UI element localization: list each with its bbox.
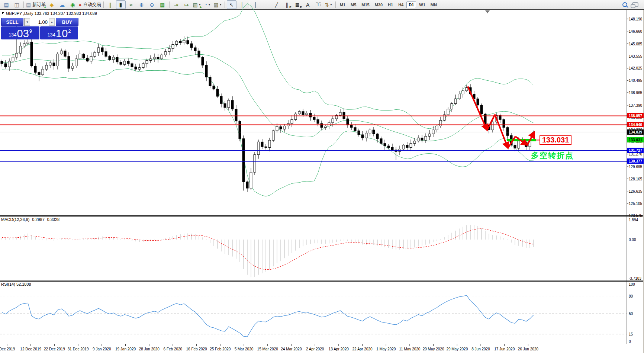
trend-zigzag-arrow[interactable] bbox=[468, 86, 487, 130]
candle-body bbox=[168, 48, 170, 52]
candle-body bbox=[90, 57, 92, 61]
candle-body bbox=[294, 114, 297, 119]
date-tick-label: 29 May 2020 bbox=[446, 347, 468, 351]
bollinger-band-line bbox=[2, 4, 534, 129]
price-tick-label: 0.00 bbox=[629, 238, 636, 242]
price-annotation-box[interactable]: 133.031 bbox=[540, 135, 571, 145]
candle-body bbox=[410, 144, 412, 148]
price-tick-label: 125.105 bbox=[629, 202, 642, 206]
candle-body bbox=[75, 59, 77, 66]
candle-body bbox=[86, 58, 88, 61]
candle-body bbox=[402, 145, 405, 149]
pane-separator[interactable] bbox=[0, 281, 644, 282]
date-tick-label: 17 Jun 2020 bbox=[494, 347, 515, 351]
candle-body bbox=[477, 99, 479, 105]
price-tick-label: 146.660 bbox=[629, 29, 642, 33]
pane-separator[interactable] bbox=[0, 280, 644, 280]
candle-body bbox=[109, 57, 111, 60]
candle-body bbox=[492, 122, 494, 130]
date-tick-label: 20 May 2020 bbox=[423, 347, 444, 351]
turning-point-text[interactable]: 多空转折点 bbox=[531, 150, 574, 161]
candle-body bbox=[291, 119, 293, 123]
candle-body bbox=[131, 64, 133, 67]
candle-body bbox=[454, 99, 457, 104]
candle-body bbox=[198, 51, 200, 57]
candle-body bbox=[16, 53, 18, 57]
date-tick-label: 16 Feb 2020 bbox=[186, 347, 207, 351]
candle-body bbox=[94, 52, 96, 57]
candle-body bbox=[306, 113, 308, 115]
symbol-period-label: GBPJPY-,Daily bbox=[6, 11, 33, 16]
price-tick-label: 15 bbox=[629, 332, 633, 336]
volume-input[interactable]: 1.00 bbox=[30, 18, 49, 26]
candle-body bbox=[231, 100, 234, 109]
candle-body bbox=[179, 41, 181, 43]
volume-increase-button[interactable]: ▲ bbox=[49, 18, 55, 26]
candle-body bbox=[365, 133, 367, 138]
bollinger-band-line bbox=[2, 54, 534, 141]
price-tick-label: 0 bbox=[629, 340, 631, 344]
rsi-line bbox=[2, 295, 534, 337]
chart-canvas[interactable] bbox=[0, 0, 644, 353]
date-tick-label: 5 Mar 2020 bbox=[235, 347, 254, 351]
price-tick-label: 100 bbox=[629, 282, 635, 286]
price-level-label: 134.940 bbox=[627, 122, 644, 127]
candle-body bbox=[79, 54, 81, 59]
buy-price-display[interactable]: 134 10 2 bbox=[40, 26, 78, 39]
candle-body bbox=[265, 147, 267, 147]
candle-body bbox=[451, 103, 453, 109]
candle-body bbox=[38, 73, 40, 75]
buy-button[interactable]: BUY bbox=[56, 18, 78, 26]
price-tick-label: 1.894 bbox=[629, 218, 638, 222]
candle-body bbox=[514, 145, 516, 148]
candle-body bbox=[19, 46, 22, 53]
pane-separator[interactable] bbox=[0, 215, 644, 216]
candle-body bbox=[413, 141, 416, 143]
date-tick-label: 25 Feb 2020 bbox=[210, 347, 231, 351]
candle-body bbox=[68, 57, 70, 68]
candle-body bbox=[105, 52, 107, 57]
candle-body bbox=[436, 126, 438, 130]
price-level-label: 130.377 bbox=[627, 158, 644, 164]
candle-body bbox=[172, 45, 174, 49]
candle-body bbox=[220, 96, 222, 103]
candle-body bbox=[328, 123, 330, 126]
buy-price-pip: 2 bbox=[68, 28, 71, 34]
candle-body bbox=[261, 142, 263, 147]
date-axis-border bbox=[0, 344, 644, 344]
date-tick-label: 1 May 2020 bbox=[376, 347, 396, 351]
price-tick-label: 140.495 bbox=[629, 78, 642, 83]
pane-separator[interactable] bbox=[0, 216, 644, 217]
candle-body bbox=[213, 86, 215, 89]
candle-body bbox=[425, 136, 427, 140]
candle-body bbox=[246, 182, 248, 188]
candle-body bbox=[8, 61, 10, 67]
date-tick-label: 15 Mar 2020 bbox=[257, 347, 278, 351]
bollinger-band-line bbox=[2, 68, 534, 196]
candle-body bbox=[391, 148, 393, 150]
candle-body bbox=[42, 69, 44, 75]
chart-corner-icon bbox=[2, 12, 4, 15]
date-tick-label: 28 Jan 2020 bbox=[139, 347, 160, 351]
candle-body bbox=[309, 113, 312, 117]
candle-body bbox=[97, 48, 100, 52]
candle-body bbox=[242, 139, 245, 182]
candle-body bbox=[120, 62, 122, 64]
chart-shift-marker[interactable] bbox=[485, 10, 490, 13]
candle-body bbox=[157, 57, 159, 59]
candle-body bbox=[53, 63, 55, 66]
candle-body bbox=[57, 54, 59, 66]
sell-button[interactable]: SELL bbox=[1, 18, 23, 26]
sell-price-display[interactable]: 134 03 9 bbox=[1, 26, 39, 39]
candle-body bbox=[276, 127, 278, 131]
price-tick-label: 50 bbox=[629, 312, 633, 316]
candle-body bbox=[458, 94, 460, 99]
candle-body bbox=[350, 125, 352, 127]
price-tick-label: 145.085 bbox=[629, 42, 642, 46]
candle-body bbox=[302, 112, 304, 115]
candle-body bbox=[376, 134, 379, 139]
price-tick-label: 143.555 bbox=[629, 54, 642, 58]
mt4-window: ▤◫▤+新订单◆☁◉●自动交易∥▮≈⊕⊖▦⇥↦▧+▼◔▼▨▼↖┼│─╱∥E≣FA… bbox=[0, 0, 644, 353]
candle-body bbox=[235, 109, 237, 121]
volume-decrease-button[interactable]: ▼ bbox=[25, 18, 30, 26]
